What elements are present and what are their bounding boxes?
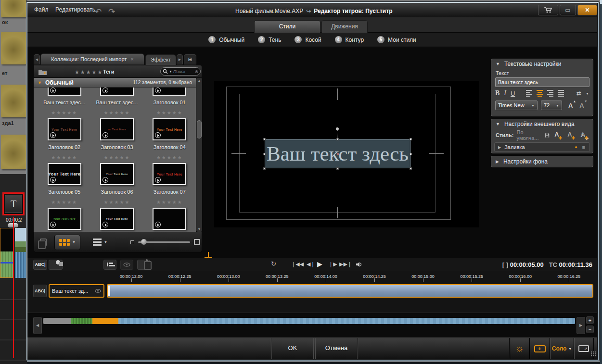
search-input[interactable] — [173, 69, 194, 74]
list-item[interactable]: ★★★★★ Your Text Here Заголовок 02 — [38, 105, 90, 150]
scroll-down-icon[interactable]: ▼ — [196, 227, 202, 231]
navigator-segment-orange[interactable] — [92, 318, 118, 324]
go-to-end-icon[interactable]: ▶▶❘ — [339, 261, 352, 267]
align-left-button[interactable] — [526, 90, 532, 97]
increase-font-button[interactable]: A▲ — [568, 102, 576, 109]
collapse-icon[interactable]: ▼ — [496, 122, 500, 126]
tab-close-icon[interactable]: × — [130, 56, 133, 62]
font-family-select[interactable]: Times New ▼ — [495, 100, 538, 110]
list-item[interactable]: ★★★★★ Your Text Here Заголовок 05 — [38, 150, 90, 195]
resize-handle-sw[interactable] — [263, 167, 266, 170]
expand-icon[interactable]: ▶ — [496, 159, 499, 164]
add-shadow-style-button[interactable]: A✚ — [580, 131, 589, 139]
group-collapse-icon[interactable]: ▼ — [38, 80, 42, 85]
list-item[interactable]: Ваш текст здес... — [38, 88, 90, 105]
bg-media-thumbnail[interactable] — [1, 32, 26, 64]
bg-playhead-line[interactable] — [13, 217, 14, 358]
item-rating[interactable]: ★★★★★ — [156, 155, 183, 160]
bg-media-thumbnail[interactable] — [1, 0, 26, 17]
play-icon[interactable] — [155, 132, 161, 138]
search-options-caret-icon[interactable]: ▼ — [169, 70, 172, 73]
list-item[interactable]: ★★★★★ Your Text Here — [90, 195, 143, 230]
font-size-select[interactable]: 72 ▼ — [541, 100, 562, 110]
list-view-button[interactable]: ▼ — [88, 235, 112, 250]
underline-button[interactable]: U — [511, 90, 515, 97]
bg-title-clip[interactable] — [0, 228, 13, 278]
group-header[interactable]: ▼ Обычный 112 элементов, 0 выбрано — [34, 78, 196, 88]
item-rating[interactable]: ★★★★★ — [104, 155, 130, 160]
visibility-button[interactable] — [120, 260, 133, 270]
resize-handle-ne[interactable] — [410, 138, 412, 140]
list-item[interactable]: ★★★★★ — [143, 195, 196, 230]
track-header[interactable]: Ваш текст зд... — [49, 284, 104, 298]
item-rating[interactable]: ★★★★★ — [51, 155, 77, 160]
volume-icon[interactable] — [356, 262, 362, 267]
go-to-start-icon[interactable]: ❘◀◀ — [291, 261, 304, 267]
tab-scroll-left-icon[interactable]: ◀ — [34, 54, 40, 64]
tab-motions[interactable]: Движения — [321, 20, 368, 33]
save-style-icon[interactable] — [545, 132, 550, 138]
track-visibility-eye-icon[interactable] — [95, 289, 101, 293]
tab-effects[interactable]: Эффект — [145, 54, 176, 65]
scroll-up-icon[interactable]: ▲ — [196, 79, 202, 82]
resize-handle-n[interactable] — [336, 138, 339, 140]
category-outline[interactable]: 4 Контур — [335, 36, 364, 43]
resize-handle-nw[interactable] — [263, 138, 266, 140]
category-shadow[interactable]: 2 Тень — [258, 36, 281, 43]
play-icon[interactable] — [50, 132, 56, 138]
browser-scrollbar[interactable]: ▲ ▼ — [196, 78, 202, 232]
collapse-icon[interactable]: ▼ — [496, 62, 500, 66]
add-edge-style-button[interactable]: A✚ — [567, 131, 576, 139]
zoom-small-icon[interactable] — [130, 240, 134, 244]
item-rating[interactable]: ★★★★★ — [104, 200, 130, 205]
scroll-right-button[interactable]: ▶ — [576, 317, 585, 334]
justify-button[interactable] — [558, 90, 564, 97]
bold-button[interactable]: B — [495, 89, 500, 97]
list-item[interactable]: Заголовок 01 — [143, 88, 196, 105]
tab-scroll-right-icon[interactable]: ▶ — [177, 54, 183, 64]
fill-color-dot[interactable]: ● — [575, 145, 577, 150]
tab-styles[interactable]: Стили — [254, 20, 320, 33]
list-item[interactable]: ★★★★★ Your Text Here Заголовок 06 — [90, 150, 143, 195]
loop-playback-icon[interactable]: ↻ — [271, 260, 276, 267]
rotation-handle[interactable] — [336, 127, 339, 130]
italic-button[interactable]: I — [504, 89, 506, 97]
add-text-button[interactable]: ABC| — [33, 260, 47, 270]
background-settings-button[interactable]: ☼ — [509, 338, 529, 359]
title-clip[interactable] — [107, 284, 593, 298]
duplicate-button[interactable] — [137, 260, 150, 270]
menu-edit[interactable]: Редактировать — [55, 6, 95, 13]
clip-trim-handle[interactable] — [108, 286, 110, 296]
grid-view-button[interactable]: ▼ — [54, 235, 80, 250]
add-shape-button[interactable] — [49, 260, 63, 270]
list-item[interactable]: Ваш текст здес... — [90, 88, 143, 105]
navigator-segment-green[interactable] — [71, 318, 92, 324]
cart-button[interactable] — [538, 5, 558, 15]
style-value[interactable]: По умолча... — [517, 129, 540, 141]
play-icon[interactable] — [50, 222, 56, 227]
step-forward-icon[interactable]: ❘▶ — [329, 261, 337, 267]
safe-zone-button[interactable]: + — [529, 338, 550, 359]
fill-section-bar[interactable]: ▶ Заливка ● ≡ — [494, 142, 590, 152]
play-icon[interactable] — [155, 177, 161, 183]
play-icon[interactable] — [102, 177, 108, 183]
align-center-button[interactable] — [537, 90, 543, 97]
search-clear-icon[interactable]: ⊗ — [194, 69, 198, 74]
decrease-font-button[interactable]: A▼ — [579, 102, 587, 109]
import-collection-button[interactable]: ⊞ — [184, 54, 196, 64]
play-icon[interactable] — [102, 132, 108, 138]
play-icon[interactable] — [155, 222, 161, 227]
scroll-left-button[interactable]: ◀ — [33, 317, 42, 334]
background-settings-section[interactable]: ▶ Настройки фона — [491, 156, 593, 167]
add-face-style-button[interactable]: A✚ — [554, 131, 563, 139]
tab-collections[interactable]: Коллекции: Последний импорт × — [40, 53, 144, 65]
title-tool-button[interactable]: T — [5, 195, 22, 213]
tags-button[interactable]: Теги — [103, 69, 115, 75]
item-rating[interactable]: ★★★★★ — [104, 110, 130, 115]
appearance-header[interactable]: ▼ Настройки внешнего вида — [491, 119, 593, 129]
navigator-bar[interactable] — [43, 318, 575, 324]
item-rating[interactable]: ★★★★★ — [51, 200, 77, 205]
category-bevel[interactable]: 3 Косой — [295, 36, 321, 43]
list-item[interactable]: ★★★★★ Your Text Here Заголовок 07 — [143, 150, 196, 195]
zoom-out-button[interactable]: − — [586, 326, 594, 333]
